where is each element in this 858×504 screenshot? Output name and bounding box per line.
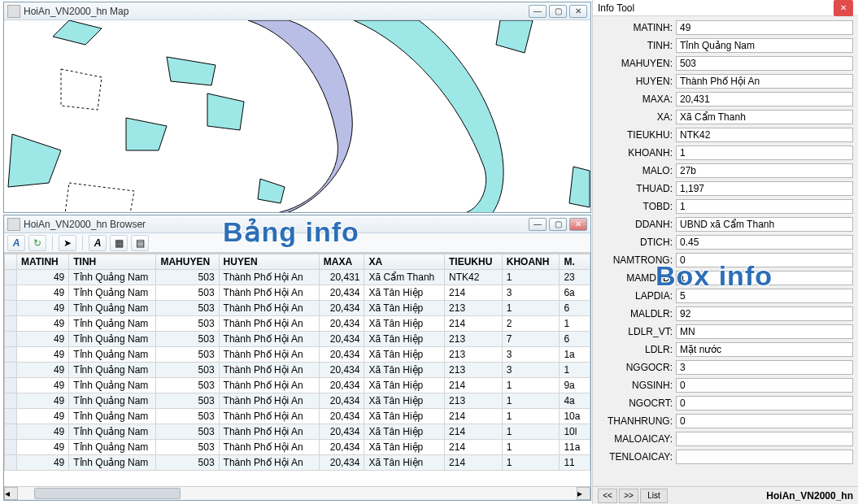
row-selector[interactable] [5,455,17,471]
field-input[interactable] [676,432,853,446]
table-row[interactable]: 49Tỉnh Quảng Nam503Thành Phố Hội An20,43… [5,332,590,347]
field-input[interactable]: 49 [676,20,853,35]
close-button[interactable]: ✕ [569,218,587,231]
column-header[interactable]: HUYEN [219,254,319,270]
row-selector[interactable] [5,378,17,393]
add-column-button[interactable]: ▦ [110,235,128,251]
table-row[interactable]: 49Tỉnh Quảng Nam503Thành Phố Hội An20,43… [5,347,590,363]
field-row: NGSINH:0 [595,377,853,393]
close-button[interactable]: ✕ [834,0,853,16]
cell: 1 [560,363,590,378]
table-row[interactable]: 49Tỉnh Quảng Nam503Thành Phố Hội An20,43… [5,440,590,455]
column-header[interactable]: MATINH [17,254,69,270]
table-row[interactable]: 49Tỉnh Quảng Nam503Thành Phố Hội An20,43… [5,301,590,316]
table-row[interactable]: 49Tỉnh Quảng Nam503Thành Phố Hội An20,43… [5,316,590,332]
field-input[interactable]: 0.45 [676,235,853,250]
row-selector[interactable] [5,363,17,378]
field-input[interactable]: 0 [676,378,853,393]
cell: 6 [560,332,590,347]
table-row[interactable]: 49Tỉnh Quảng Nam503Thành Phố Hội An20,43… [5,363,590,378]
table-row[interactable]: 49Tỉnh Quảng Nam503Thành Phố Hội An20,43… [5,455,590,471]
field-input[interactable] [676,450,853,464]
info-tool-titlebar[interactable]: Info Tool ✕ [593,0,858,16]
horizontal-scrollbar[interactable]: ◂ ▸ [4,486,590,500]
browser-window-title: HoiAn_VN2000_hn Browser [24,219,146,230]
column-header[interactable]: MAHUYEN [156,254,219,270]
table-row[interactable]: 49Tỉnh Quảng Nam503Thành Phố Hội An20,43… [5,393,590,409]
pointer-button[interactable]: ➤ [59,235,76,251]
field-input[interactable]: 5 [676,289,853,303]
field-input[interactable]: UBND xã Cẩm Thanh [676,217,853,232]
field-input[interactable]: 0 [676,253,853,267]
next-record-button[interactable]: >> [619,489,638,503]
table-row[interactable]: 49Tỉnh Quảng Nam503Thành Phố Hội An20,43… [5,378,590,393]
field-input[interactable]: Mặt nước [676,342,853,357]
row-selector-header[interactable] [5,254,17,270]
table-row[interactable]: 49Tỉnh Quảng Nam503Thành Phố Hội An20,43… [5,285,590,301]
row-selector[interactable] [5,347,17,363]
row-selector[interactable] [5,424,17,440]
cell: Xã Tân Hiệp [364,363,445,378]
close-button[interactable]: ✕ [569,5,587,18]
column-header[interactable]: KHOANH [502,254,560,270]
field-input[interactable]: 1,197 [676,181,853,196]
scroll-right-button[interactable]: ▸ [577,487,590,500]
row-selector[interactable] [5,409,17,424]
browser-window-titlebar[interactable]: HoiAn_VN2000_hn Browser — ▢ ✕ [4,215,590,233]
field-input[interactable]: Tỉnh Quảng Nam [676,38,853,53]
list-button[interactable]: List [640,489,668,503]
map-window-titlebar[interactable]: HoiAn_VN2000_hn Map — ▢ ✕ [4,2,590,20]
field-input[interactable]: 0 [676,396,853,411]
field-row: HUYEN:Thành Phố Hội An [595,73,853,89]
sort-az-button[interactable]: A [7,235,25,251]
info-tool-title: Info Tool [598,2,634,14]
table-row[interactable]: 49Tỉnh Quảng Nam503Thành Phố Hội An20,43… [5,270,590,285]
prev-record-button[interactable]: << [598,489,617,503]
refresh-button[interactable]: ↻ [28,235,46,251]
field-input[interactable]: 11 [676,271,853,285]
font-button[interactable]: A [89,235,107,251]
table-row[interactable]: 49Tỉnh Quảng Nam503Thành Phố Hội An20,43… [5,424,590,440]
column-header[interactable]: TIEUKHU [445,254,503,270]
data-table[interactable]: MATINHTINHMAHUYENHUYENMAXAXATIEUKHUKHOAN… [4,254,590,471]
row-selector[interactable] [5,440,17,455]
field-row: TINH:Tỉnh Quảng Nam [595,37,853,54]
column-header[interactable]: MAXA [319,254,364,270]
map-window: HoiAn_VN2000_hn Map — ▢ ✕ [3,2,591,213]
maximize-button[interactable]: ▢ [549,218,567,231]
scroll-thumb[interactable] [34,488,181,499]
column-header[interactable]: M. [560,254,590,270]
cell: 213 [445,301,503,316]
field-input[interactable]: NTK42 [676,128,853,142]
field-input[interactable]: 92 [676,306,853,321]
field-input[interactable]: 1 [676,199,853,214]
field-input[interactable]: 3 [676,360,853,375]
scroll-left-button[interactable]: ◂ [4,487,18,500]
field-input[interactable]: 1 [676,146,853,160]
field-input[interactable]: Thành Phố Hội An [676,74,853,89]
column-header[interactable]: XA [364,254,445,270]
map-canvas[interactable] [4,20,590,212]
field-input[interactable]: 27b [676,163,853,178]
row-selector[interactable] [5,301,17,316]
field-input[interactable]: 0 [676,414,853,428]
row-selector[interactable] [5,270,17,285]
cell: 20,434 [319,440,364,455]
cell: 20,434 [319,332,364,347]
field-input[interactable]: MN [676,324,853,339]
column-header[interactable]: TINH [69,254,156,270]
field-input[interactable]: Xã Cẩm Thanh [676,110,853,124]
grid-options-button[interactable]: ▤ [131,235,149,251]
row-selector[interactable] [5,332,17,347]
field-input[interactable]: 503 [676,56,853,71]
field-input[interactable]: 20,431 [676,92,853,106]
cell: 6a [560,285,590,301]
minimize-button[interactable]: — [529,218,547,231]
row-selector[interactable] [5,285,17,301]
minimize-button[interactable]: — [529,5,547,18]
row-selector[interactable] [5,393,17,409]
maximize-button[interactable]: ▢ [549,5,567,18]
table-row[interactable]: 49Tỉnh Quảng Nam503Thành Phố Hội An20,43… [5,409,590,424]
row-selector[interactable] [5,316,17,332]
field-label: LAPDIA: [595,290,676,302]
